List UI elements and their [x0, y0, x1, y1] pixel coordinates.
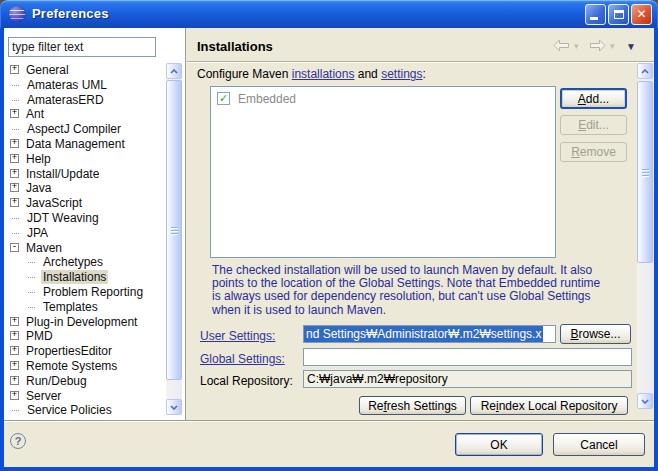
reindex-local-repository-button[interactable]: Reindex Local Repository — [470, 396, 628, 415]
tree-item-plugin-development[interactable]: +Plug-in Development — [6, 315, 164, 330]
tree-item-templates[interactable]: Templates — [6, 300, 164, 315]
tree-item-aspectj-compiler[interactable]: AspectJ Compiler — [6, 122, 164, 137]
settings-link[interactable]: settings — [381, 67, 422, 81]
configure-text: : — [422, 67, 425, 81]
preferences-tree-panel: +General Amateras UML AmaterasERD +Ant A… — [4, 28, 186, 420]
tree-item-install-update[interactable]: +Install/Update — [6, 167, 164, 182]
tree-item-help[interactable]: +Help — [6, 152, 164, 167]
expand-icon[interactable]: + — [10, 183, 19, 192]
scroll-up-button[interactable] — [166, 63, 182, 79]
cancel-button[interactable]: Cancel — [553, 433, 645, 456]
thumb-grip — [642, 175, 649, 176]
expand-icon[interactable]: + — [10, 139, 19, 148]
add-button[interactable]: Add... — [560, 88, 627, 109]
description-text: The checked installation will be used to… — [212, 264, 648, 317]
tree-item-amateras-uml[interactable]: Amateras UML — [6, 78, 164, 93]
tree-item-data-management[interactable]: +Data Management — [6, 137, 164, 152]
expand-icon[interactable]: + — [10, 391, 19, 400]
expand-icon[interactable]: + — [10, 169, 19, 178]
content-scrollbar[interactable] — [637, 63, 653, 409]
tree-item-label: AspectJ Compiler — [25, 122, 123, 136]
tree-item-installations[interactable]: Installations — [6, 270, 164, 285]
configure-line: Configure Maven installations and settin… — [197, 67, 426, 81]
help-button[interactable]: ? — [10, 433, 26, 449]
tree-item-maven[interactable]: -Maven — [6, 241, 164, 256]
dialog-body: +General Amateras UML AmaterasERD +Ant A… — [4, 28, 654, 467]
installations-link[interactable]: installations — [292, 67, 355, 81]
remove-button[interactable]: Remove — [560, 142, 627, 162]
remove-button-label: R — [571, 145, 580, 159]
browse-button-label: rowse... — [579, 327, 621, 341]
tree-item-label: Maven — [24, 241, 64, 255]
local-repository-label: Local Repository: — [200, 374, 293, 388]
tree-item-server[interactable]: +Server — [6, 389, 164, 404]
forward-arrow-icon[interactable] — [589, 39, 606, 52]
tree-item-jdt-weaving[interactable]: JDT Weaving — [6, 211, 164, 226]
expand-icon[interactable]: + — [10, 346, 19, 355]
scroll-down-button[interactable] — [166, 399, 182, 415]
expand-icon[interactable]: + — [10, 154, 19, 163]
minimize-icon — [590, 17, 598, 20]
forward-dropdown-icon[interactable]: ▾ — [610, 41, 615, 51]
scroll-thumb[interactable] — [166, 80, 182, 380]
reindex-label: Re — [481, 399, 496, 413]
tree-scrollbar[interactable] — [166, 63, 182, 415]
tree-item-service-policies[interactable]: Service Policies — [6, 403, 164, 418]
global-settings-link[interactable]: Global Settings: — [200, 352, 285, 366]
scroll-down-button[interactable] — [637, 393, 653, 409]
tree-item-remote-systems[interactable]: +Remote Systems — [6, 359, 164, 374]
expand-icon[interactable]: + — [10, 331, 19, 340]
view-menu-icon[interactable]: ▼ — [626, 41, 636, 52]
preferences-dialog: Preferences ✕ +General Amateras UML Amat… — [0, 0, 658, 471]
expand-icon[interactable]: + — [10, 109, 19, 118]
tree-item-archetypes[interactable]: Archetypes — [6, 255, 164, 270]
tree-item-label: JPA — [25, 226, 50, 240]
expand-icon[interactable]: + — [10, 65, 19, 74]
ok-button[interactable]: OK — [455, 433, 543, 456]
tree-item-label: Data Management — [24, 137, 127, 151]
global-settings-field[interactable] — [303, 348, 632, 366]
footer-separator — [4, 420, 654, 422]
title-bar[interactable]: Preferences ✕ — [0, 0, 658, 28]
expand-icon[interactable]: + — [10, 317, 19, 326]
ok-button-label: OK — [490, 438, 507, 452]
add-button-label: dd... — [586, 92, 609, 106]
minimize-button[interactable] — [585, 4, 606, 25]
user-settings-link[interactable]: User Settings: — [200, 329, 275, 343]
expand-icon[interactable]: + — [10, 376, 19, 385]
edit-button[interactable]: Edit... — [560, 115, 627, 135]
expand-icon[interactable]: + — [10, 198, 19, 207]
tree-connector — [28, 307, 35, 308]
scroll-thumb[interactable] — [637, 81, 653, 263]
expand-icon[interactable]: + — [10, 361, 19, 370]
tree-item-general[interactable]: +General — [6, 63, 164, 78]
tree-item-ant[interactable]: +Ant — [6, 107, 164, 122]
user-settings-field[interactable]: nd Settings₩Administrator₩.m2₩settings.x — [303, 325, 556, 343]
collapse-icon[interactable]: - — [10, 243, 19, 252]
installations-list[interactable]: ✓ Embedded — [210, 86, 556, 258]
back-dropdown-icon[interactable]: ▾ — [574, 41, 579, 51]
tree-connector — [28, 292, 35, 293]
tree-item-pmd[interactable]: +PMD — [6, 329, 164, 344]
tree-item-run-debug[interactable]: +Run/Debug — [6, 374, 164, 389]
tree-item-javascript[interactable]: +JavaScript — [6, 196, 164, 211]
tree-item-jpa[interactable]: JPA — [6, 226, 164, 241]
scroll-up-button[interactable] — [637, 63, 653, 79]
embedded-checkbox[interactable]: ✓ — [217, 92, 230, 105]
refresh-settings-button[interactable]: Refresh Settings — [359, 396, 466, 415]
close-button[interactable]: ✕ — [631, 4, 652, 25]
tree-item-propertieseditor[interactable]: +PropertiesEditor — [6, 344, 164, 359]
browse-button[interactable]: Browse... — [560, 324, 631, 344]
add-button-label: A — [578, 92, 586, 106]
maximize-button[interactable] — [608, 4, 629, 25]
tree-item-problem-reporting[interactable]: Problem Reporting — [6, 285, 164, 300]
page-title: Installations — [197, 39, 273, 54]
installation-row-embedded[interactable]: ✓ Embedded — [212, 90, 296, 107]
tree-connector — [12, 100, 19, 101]
tree-item-amateraserd[interactable]: AmaterasERD — [6, 93, 164, 108]
tree-item-java[interactable]: +Java — [6, 181, 164, 196]
back-arrow-icon[interactable] — [553, 39, 570, 52]
tree-item-label: Remote Systems — [24, 359, 119, 373]
filter-input[interactable] — [8, 37, 156, 57]
field-text: C:₩java₩.m2₩repository — [307, 372, 448, 386]
